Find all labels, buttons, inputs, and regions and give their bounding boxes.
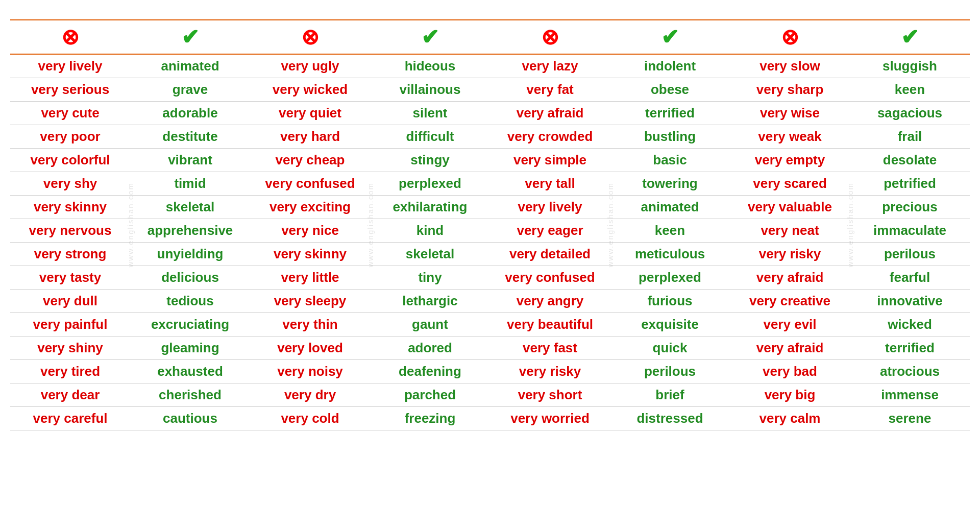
- table-cell-r7-c2: very nice: [250, 219, 370, 243]
- header-cell-6: ⊗: [730, 22, 850, 52]
- table-cell-r6-c2: very exciting: [250, 196, 370, 219]
- table-cell-r6-c0: very skinny: [10, 196, 130, 219]
- table-cell-r15-c4: very worried: [490, 407, 610, 430]
- cross-icon: ⊗: [781, 25, 799, 50]
- table-cell-r8-c3: skeletal: [370, 243, 490, 266]
- table-cell-r2-c2: very quiet: [250, 102, 370, 125]
- table-cell-r1-c7: keen: [850, 78, 970, 102]
- table-cell-r6-c1: skeletal: [130, 196, 250, 219]
- table-cell-r7-c4: very eager: [490, 219, 610, 243]
- table-cell-r7-c6: very neat: [730, 219, 850, 243]
- header-cell-3: ✔: [370, 22, 490, 52]
- table-cell-r9-c2: very little: [250, 266, 370, 290]
- table-cell-r10-c7: innovative: [850, 290, 970, 313]
- table-cell-r11-c0: very painful: [10, 313, 130, 336]
- main-container: ⊗✔⊗✔⊗✔⊗✔ very livelyanimatedvery uglyhid…: [10, 5, 970, 430]
- table-cell-r5-c3: perplexed: [370, 172, 490, 196]
- table-cell-r7-c3: kind: [370, 219, 490, 243]
- table-cell-r3-c2: very hard: [250, 125, 370, 149]
- table-cell-r14-c3: parched: [370, 383, 490, 407]
- header-cell-0: ⊗: [10, 22, 130, 52]
- table-cell-r8-c1: unyielding: [130, 243, 250, 266]
- table-cell-r6-c3: exhilarating: [370, 196, 490, 219]
- table-cell-r11-c6: very evil: [730, 313, 850, 336]
- table-cell-r8-c2: very skinny: [250, 243, 370, 266]
- table-cell-r15-c6: very calm: [730, 407, 850, 430]
- table-cell-r11-c4: very beautiful: [490, 313, 610, 336]
- table-cell-r6-c5: animated: [610, 196, 730, 219]
- table-cell-r0-c0: very lively: [10, 55, 130, 78]
- table-cell-r14-c2: very dry: [250, 383, 370, 407]
- table-cell-r5-c0: very shy: [10, 172, 130, 196]
- table-cell-r7-c7: immaculate: [850, 219, 970, 243]
- table-cell-r3-c4: very crowded: [490, 125, 610, 149]
- table-cell-r6-c7: precious: [850, 196, 970, 219]
- table-cell-r4-c4: very simple: [490, 149, 610, 172]
- table-cell-r11-c7: wicked: [850, 313, 970, 336]
- table-cell-r15-c5: distressed: [610, 407, 730, 430]
- table-cell-r10-c4: very angry: [490, 290, 610, 313]
- header-cell-5: ✔: [610, 22, 730, 52]
- table-cell-r10-c6: very creative: [730, 290, 850, 313]
- table-cell-r12-c6: very afraid: [730, 336, 850, 360]
- table-cell-r9-c7: fearful: [850, 266, 970, 290]
- table-cell-r4-c7: desolate: [850, 149, 970, 172]
- table-cell-r5-c1: timid: [130, 172, 250, 196]
- table-cell-r4-c1: vibrant: [130, 149, 250, 172]
- table-cell-r9-c4: very confused: [490, 266, 610, 290]
- table-cell-r1-c4: very fat: [490, 78, 610, 102]
- check-icon: ✔: [181, 25, 199, 50]
- table-cell-r4-c0: very colorful: [10, 149, 130, 172]
- header-cell-1: ✔: [130, 22, 250, 52]
- table-cell-r11-c2: very thin: [250, 313, 370, 336]
- table-cell-r13-c6: very bad: [730, 360, 850, 383]
- table-cell-r15-c0: very careful: [10, 407, 130, 430]
- table-cell-r8-c7: perilous: [850, 243, 970, 266]
- table-cell-r13-c1: exhausted: [130, 360, 250, 383]
- check-icon: ✔: [901, 25, 919, 50]
- table-cell-r5-c6: very scared: [730, 172, 850, 196]
- table-cell-r1-c0: very serious: [10, 78, 130, 102]
- table-cell-r3-c6: very weak: [730, 125, 850, 149]
- table-cell-r15-c3: freezing: [370, 407, 490, 430]
- table-cell-r0-c4: very lazy: [490, 55, 610, 78]
- table-cell-r14-c4: very short: [490, 383, 610, 407]
- check-icon: ✔: [421, 25, 439, 50]
- table-cell-r8-c5: meticulous: [610, 243, 730, 266]
- table-cell-r11-c5: exquisite: [610, 313, 730, 336]
- header-cell-4: ⊗: [490, 22, 610, 52]
- table-cell-r4-c3: stingy: [370, 149, 490, 172]
- table-cell-r4-c5: basic: [610, 149, 730, 172]
- table-cell-r1-c1: grave: [130, 78, 250, 102]
- table-cell-r0-c3: hideous: [370, 55, 490, 78]
- table-wrapper: ⊗✔⊗✔⊗✔⊗✔ very livelyanimatedvery uglyhid…: [10, 19, 970, 430]
- table-body: very livelyanimatedvery uglyhideousvery …: [10, 55, 970, 430]
- cross-icon: ⊗: [541, 25, 559, 50]
- check-icon: ✔: [661, 25, 679, 50]
- table-cell-r15-c2: very cold: [250, 407, 370, 430]
- table-cell-r10-c0: very dull: [10, 290, 130, 313]
- table-cell-r4-c2: very cheap: [250, 149, 370, 172]
- table-cell-r11-c3: gaunt: [370, 313, 490, 336]
- table-cell-r13-c4: very risky: [490, 360, 610, 383]
- table-cell-r12-c0: very shiny: [10, 336, 130, 360]
- table-cell-r2-c7: sagacious: [850, 102, 970, 125]
- table-cell-r12-c2: very loved: [250, 336, 370, 360]
- table-cell-r3-c0: very poor: [10, 125, 130, 149]
- table-cell-r7-c0: very nervous: [10, 219, 130, 243]
- table-cell-r2-c3: silent: [370, 102, 490, 125]
- table-cell-r7-c5: keen: [610, 219, 730, 243]
- table-cell-r13-c7: atrocious: [850, 360, 970, 383]
- table-cell-r9-c1: delicious: [130, 266, 250, 290]
- table-cell-r13-c5: perilous: [610, 360, 730, 383]
- table-cell-r2-c6: very wise: [730, 102, 850, 125]
- table-cell-r14-c5: brief: [610, 383, 730, 407]
- table-cell-r6-c4: very lively: [490, 196, 610, 219]
- table-cell-r9-c5: perplexed: [610, 266, 730, 290]
- table-cell-r0-c6: very slow: [730, 55, 850, 78]
- table-cell-r12-c7: terrified: [850, 336, 970, 360]
- cross-icon: ⊗: [301, 25, 319, 50]
- table-cell-r5-c5: towering: [610, 172, 730, 196]
- table-cell-r8-c4: very detailed: [490, 243, 610, 266]
- table-cell-r11-c1: excruciating: [130, 313, 250, 336]
